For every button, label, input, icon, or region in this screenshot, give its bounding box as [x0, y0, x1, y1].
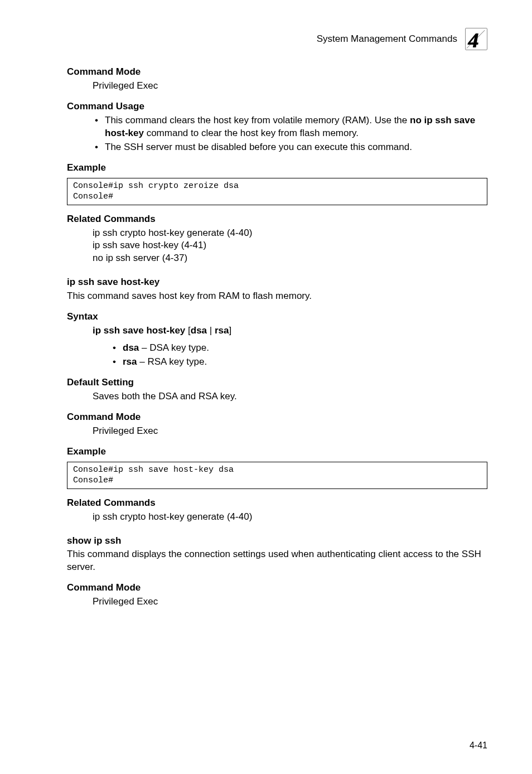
text-body: Privileged Exec	[93, 425, 487, 438]
opt-name: rsa	[123, 356, 137, 367]
opt-desc: – DSA key type.	[139, 342, 209, 353]
chapter-number: 4	[468, 26, 478, 55]
related-item: ip ssh crypto host-key generate (4-40)	[93, 511, 487, 524]
section-command-usage: Command Usage	[67, 100, 487, 113]
syntax-punct: |	[207, 325, 215, 336]
section-command-mode: Command Mode	[67, 66, 487, 79]
syntax-punct: [	[185, 325, 190, 336]
text-body: Privileged Exec	[93, 80, 487, 93]
syntax-cmd: ip ssh save host-key	[93, 325, 185, 336]
section-default-setting: Default Setting	[67, 376, 487, 389]
command-description: This command displays the connection set…	[67, 548, 487, 574]
syntax-line: ip ssh save host-key [dsa | rsa]	[93, 325, 487, 337]
list-item: rsa – RSA key type.	[110, 356, 487, 369]
text: command to clear the host key from flash…	[144, 128, 359, 138]
section-related-commands: Related Commands	[67, 497, 487, 510]
command-title: show ip ssh	[67, 535, 487, 548]
opt-desc: – RSA key type.	[137, 356, 207, 367]
page-header-title: System Management Commands	[317, 33, 457, 46]
list-item: This command clears the host key from vo…	[93, 114, 487, 140]
syntax-opt: dsa	[191, 325, 207, 336]
section-related-commands: Related Commands	[67, 213, 487, 226]
related-item: no ip ssh server (4-37)	[93, 252, 487, 265]
code-block: Console#ip ssh save host-key dsa Console…	[67, 462, 487, 489]
related-item: ip ssh save host-key (4-41)	[93, 239, 487, 252]
related-list: ip ssh crypto host-key generate (4-40) i…	[93, 227, 487, 265]
section-command-mode: Command Mode	[67, 411, 487, 424]
command-title: ip ssh save host-key	[67, 276, 487, 289]
list-item: dsa – DSA key type.	[110, 342, 487, 355]
page-number: 4-41	[470, 739, 487, 752]
section-command-mode: Command Mode	[67, 582, 487, 594]
code-block: Console#ip ssh crypto zeroize dsa Consol…	[67, 178, 487, 205]
syntax-punct: ]	[229, 325, 231, 336]
usage-list: This command clears the host key from vo…	[93, 114, 487, 154]
list-item: The SSH server must be disabled before y…	[93, 141, 487, 154]
text: This command clears the host key from vo…	[105, 115, 410, 125]
page-header: System Management Commands 4	[67, 28, 487, 50]
option-list: dsa – DSA key type. rsa – RSA key type.	[110, 342, 487, 369]
syntax-opt: rsa	[215, 325, 229, 336]
text-body: Saves both the DSA and RSA key.	[93, 390, 487, 403]
related-item: ip ssh crypto host-key generate (4-40)	[93, 227, 487, 240]
command-description: This command saves host key from RAM to …	[67, 290, 487, 303]
chapter-icon: 4	[465, 28, 487, 50]
section-example: Example	[67, 446, 487, 458]
section-example: Example	[67, 162, 487, 175]
text-body: Privileged Exec	[93, 596, 487, 608]
section-syntax: Syntax	[67, 311, 487, 323]
opt-name: dsa	[123, 342, 139, 353]
